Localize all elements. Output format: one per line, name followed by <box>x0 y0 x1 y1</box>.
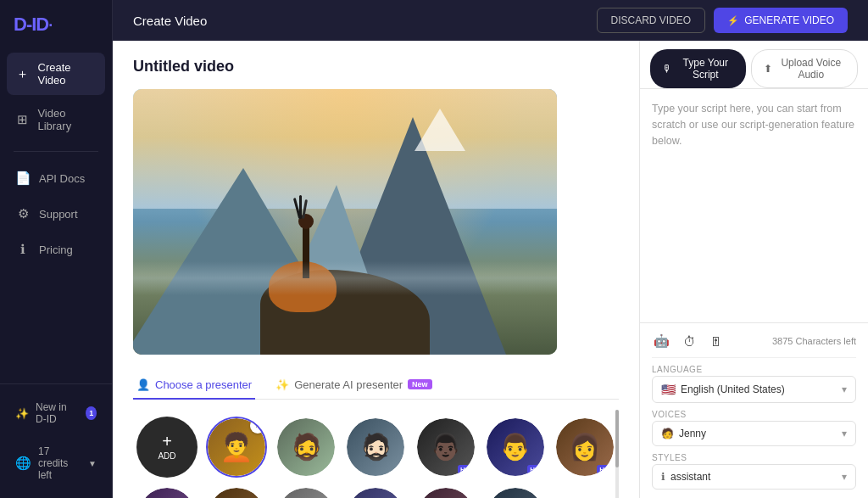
ai-generate-button[interactable]: 🤖 <box>652 332 671 350</box>
add-presenter-button[interactable]: + ADD <box>136 417 198 478</box>
sidebar-bottom: ✨ New in D-ID 1 🌐 17 credits left ▼ <box>0 383 112 498</box>
presenter-avatar[interactable]: 👨🏻 <box>345 486 406 499</box>
sidebar-item-create-video[interactable]: ＋ Create Video <box>7 53 105 95</box>
presenter-avatar[interactable]: 🧔 <box>275 417 337 478</box>
nav-divider <box>14 151 98 152</box>
sidebar-item-label: Video Library <box>37 107 97 132</box>
audio-settings-button[interactable]: 🎚 <box>708 333 724 350</box>
script-placeholder-text[interactable]: Type your script here, you can start fro… <box>640 89 868 322</box>
topbar-actions: DISCARD VIDEO GENERATE VIDEO <box>597 8 848 33</box>
tab-label: Generate AI presenter <box>294 378 403 391</box>
language-select[interactable]: 🇺🇸 English (United States) ▾ <box>652 376 856 403</box>
add-label: ADD <box>158 451 175 461</box>
remove-presenter-button[interactable]: × <box>250 418 265 434</box>
presenter-section: 👤 Choose a presenter ✨ Generate AI prese… <box>133 372 619 499</box>
logo-text: D-ID <box>14 14 48 35</box>
new-in-did-label: New in D-ID <box>36 401 79 425</box>
styles-label: Styles <box>652 453 856 462</box>
video-preview[interactable] <box>133 89 557 355</box>
chevron-down-icon: ▾ <box>842 471 847 483</box>
voice-value: Jenny <box>679 428 706 439</box>
sparkle-icon: ✨ <box>15 407 29 420</box>
presenter-avatar[interactable]: 👩 HD <box>554 417 615 478</box>
sidebar-nav: ＋ Create Video ⊞ Video Library 📄 API Doc… <box>0 53 112 383</box>
language-label: Language <box>652 365 856 374</box>
presenter-avatar[interactable]: 👩🏻 <box>275 486 337 499</box>
info-icon: ℹ <box>15 242 31 257</box>
styles-select[interactable]: ℹ assistant ▾ <box>652 464 856 490</box>
credits-row[interactable]: 🌐 17 credits left ▼ <box>7 439 105 488</box>
script-toolbar: 🤖 ⏱ 🎚 3875 Characters left <box>652 332 856 358</box>
sidebar: D-ID· ＋ Create Video ⊞ Video Library 📄 A… <box>0 0 113 498</box>
presenters-grid: + ADD 🧑‍🦱 × 🧔 <box>133 410 619 499</box>
info-icon: ℹ <box>661 471 665 483</box>
person-icon: 🧑 <box>661 428 674 439</box>
presenter-avatar[interactable]: 🧔🏻 <box>345 417 406 478</box>
chevron-down-icon: ▾ <box>842 428 847 439</box>
discard-video-button[interactable]: DISCARD VIDEO <box>597 8 706 33</box>
script-tabs: 🎙 Type Your Script ⬆ Upload Voice Audio <box>640 41 868 89</box>
tab-upload-voice[interactable]: ⬆ Upload Voice Audio <box>751 49 858 88</box>
tab-label: Upload Voice Audio <box>777 57 845 81</box>
presenter-avatar[interactable]: 🧔🏽 <box>206 486 267 499</box>
video-art <box>133 89 557 355</box>
topbar: Create Video DISCARD VIDEO GENERATE VIDE… <box>113 0 868 41</box>
presenter-avatar[interactable]: 👩🏽 <box>415 486 476 499</box>
presenter-avatar[interactable]: 👩🏿 <box>136 486 198 499</box>
timer-button[interactable]: ⏱ <box>682 333 698 350</box>
script-panel: 🎙 Type Your Script ⬆ Upload Voice Audio … <box>639 41 868 498</box>
gear-icon: ⚙ <box>15 206 31 221</box>
generate-video-button[interactable]: GENERATE VIDEO <box>714 8 848 33</box>
doc-icon: 📄 <box>15 171 31 186</box>
upload-icon: ⬆ <box>764 63 772 75</box>
scroll-thumb <box>615 410 619 467</box>
new-badge: New <box>408 379 432 389</box>
person-icon: 👤 <box>136 378 150 391</box>
video-title[interactable]: Untitled video <box>133 58 619 76</box>
script-footer: 🤖 ⏱ 🎚 3875 Characters left Language 🇺🇸 E… <box>640 322 868 498</box>
app-logo: D-ID· <box>0 0 112 53</box>
hd-badge: HD <box>597 465 612 474</box>
new-badge-count: 1 <box>86 406 97 420</box>
grid-icon: ⊞ <box>15 112 29 127</box>
mountain-bg <box>133 143 557 355</box>
sidebar-item-pricing[interactable]: ℹ Pricing <box>7 233 105 266</box>
new-in-did[interactable]: ✨ New in D-ID 1 <box>7 394 105 432</box>
sidebar-item-label: API Docs <box>39 172 85 185</box>
globe-icon: 🌐 <box>15 456 31 471</box>
voices-label: Voices <box>652 410 856 419</box>
credits-label: 17 credits left <box>38 445 81 481</box>
hd-badge: HD <box>458 465 473 474</box>
tab-choose-presenter[interactable]: 👤 Choose a presenter <box>133 372 255 400</box>
sidebar-item-support[interactable]: ⚙ Support <box>7 198 105 230</box>
video-panel: Untitled video <box>113 41 639 498</box>
presenter-avatar[interactable]: 🧑‍🦱 × <box>206 417 267 478</box>
scroll-indicator[interactable] <box>615 410 619 499</box>
presenter-avatar[interactable]: 👴🏻 <box>485 486 546 499</box>
sidebar-item-api-docs[interactable]: 📄 API Docs <box>7 162 105 194</box>
select-group: Language 🇺🇸 English (United States) ▾ Vo… <box>652 365 856 490</box>
tab-type-script[interactable]: 🎙 Type Your Script <box>650 49 746 88</box>
sidebar-item-label: Pricing <box>39 243 73 256</box>
presenter-avatar[interactable]: 👨🏿 HD <box>415 417 476 478</box>
voices-select[interactable]: 🧑 Jenny ▾ <box>652 421 856 446</box>
styles-select-row: Styles ℹ assistant ▾ <box>652 453 856 490</box>
tab-label: Type Your Script <box>677 57 734 81</box>
chevron-down-icon: ▾ <box>842 383 847 395</box>
presenter-avatar[interactable]: 👨 HD <box>485 417 546 478</box>
style-value: assistant <box>670 471 710 483</box>
sidebar-item-label: Create Video <box>38 61 97 87</box>
plus-icon: ＋ <box>15 66 30 82</box>
presenter-tabs: 👤 Choose a presenter ✨ Generate AI prese… <box>133 372 619 400</box>
dropdown-arrow-icon: ▼ <box>88 459 97 468</box>
language-flag: 🇺🇸 <box>661 383 676 396</box>
topbar-title: Create Video <box>133 14 207 28</box>
tab-generate-ai-presenter[interactable]: ✨ Generate AI presenter New <box>272 372 435 400</box>
language-value: English (United States) <box>681 383 785 395</box>
language-select-row: Language 🇺🇸 English (United States) ▾ <box>652 365 856 403</box>
work-area: Untitled video <box>113 41 868 498</box>
sparkle-icon: ✨ <box>275 378 289 391</box>
hd-badge: HD <box>527 465 542 474</box>
characters-left: 3875 Characters left <box>772 336 856 346</box>
sidebar-item-video-library[interactable]: ⊞ Video Library <box>7 98 105 141</box>
